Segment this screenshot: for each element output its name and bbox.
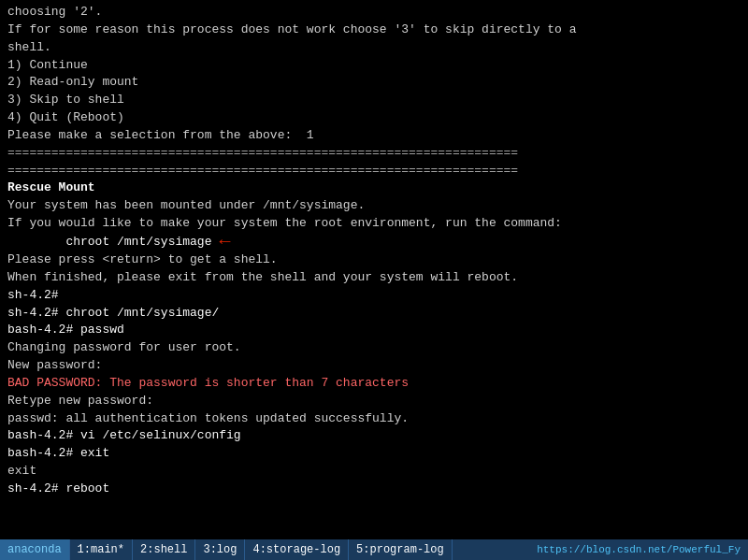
status-item-main[interactable]: 1:main* bbox=[70, 539, 133, 560]
status-item-storage-log[interactable]: 4:storage-log bbox=[245, 539, 349, 560]
terminal-line: sh-4.2# reboot bbox=[7, 481, 741, 498]
terminal-line: Rescue Mount bbox=[7, 179, 741, 197]
terminal-line: shell. bbox=[7, 39, 741, 57]
terminal-line: bash-4.2# exit bbox=[7, 445, 741, 463]
terminal-line: BAD PASSWORD: The password is shorter th… bbox=[7, 375, 741, 393]
terminal-line: bash-4.2# vi /etc/selinux/config bbox=[7, 427, 741, 445]
terminal-line: sh-4.2# chroot /mnt/sysimage/ bbox=[7, 305, 741, 323]
terminal-line: Please press <return> to get a shell. bbox=[7, 251, 741, 269]
terminal-line: Changing password for user root. bbox=[7, 339, 741, 357]
terminal-line: Retype new password: bbox=[7, 393, 741, 410]
terminal-line: If you would like to make your system th… bbox=[7, 215, 741, 233]
terminal-line: Please make a selection from the above: … bbox=[7, 127, 741, 145]
terminal-line: New password: bbox=[7, 357, 741, 375]
terminal-line: Your system has been mounted under /mnt/… bbox=[7, 197, 741, 215]
terminal-line: 4) Quit (Reboot) bbox=[7, 109, 741, 127]
status-bar: anaconda1:main*2:shell3:log4:storage-log… bbox=[0, 539, 748, 560]
terminal-line: 3) Skip to shell bbox=[7, 92, 741, 109]
terminal-line: 2) Read-only mount bbox=[7, 74, 741, 92]
terminal-line: When finished, please exit from the shel… bbox=[7, 269, 741, 287]
terminal-line: 1) Continue bbox=[7, 57, 741, 75]
status-url: https://blog.csdn.net/Powerful_Fy bbox=[529, 544, 748, 555]
red-arrow-icon: ← bbox=[219, 233, 230, 251]
terminal-line: exit bbox=[7, 463, 741, 481]
terminal-line: sh-4.2# bbox=[7, 287, 741, 305]
terminal-line: passwd: all authentication tokens update… bbox=[7, 410, 741, 428]
status-item-log[interactable]: 3:log bbox=[195, 539, 245, 560]
status-item-program-log[interactable]: 5:program-log bbox=[349, 539, 453, 560]
terminal-line: ========================================… bbox=[7, 163, 741, 180]
terminal-line: bash-4.2# passwd bbox=[7, 322, 741, 339]
status-item-anaconda[interactable]: anaconda bbox=[0, 539, 70, 560]
terminal-line-arrow: chroot /mnt/sysimage← bbox=[7, 233, 741, 251]
status-item-shell[interactable]: 2:shell bbox=[133, 539, 195, 560]
terminal-line: If for some reason this process does not… bbox=[7, 22, 741, 39]
terminal-line: ========================================… bbox=[7, 145, 741, 163]
terminal-output: choosing '2'.If for some reason this pro… bbox=[0, 0, 748, 539]
terminal-line: choosing '2'. bbox=[7, 4, 741, 22]
